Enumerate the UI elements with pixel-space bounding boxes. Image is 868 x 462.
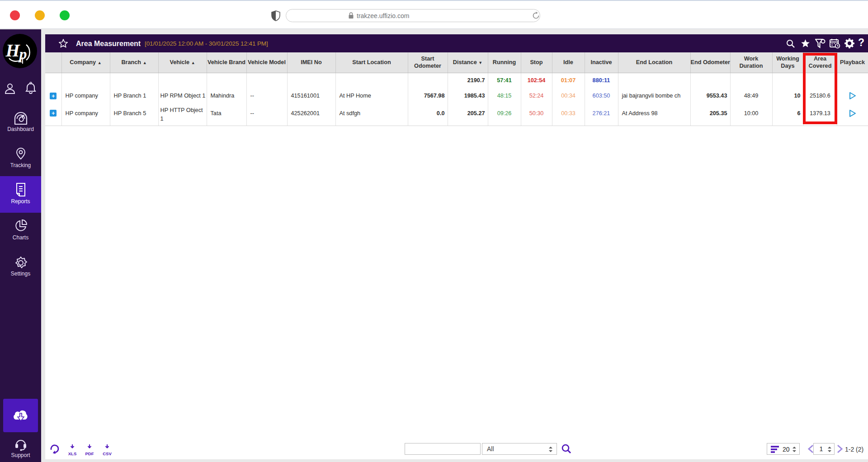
- svg-text:H: H: [5, 40, 20, 61]
